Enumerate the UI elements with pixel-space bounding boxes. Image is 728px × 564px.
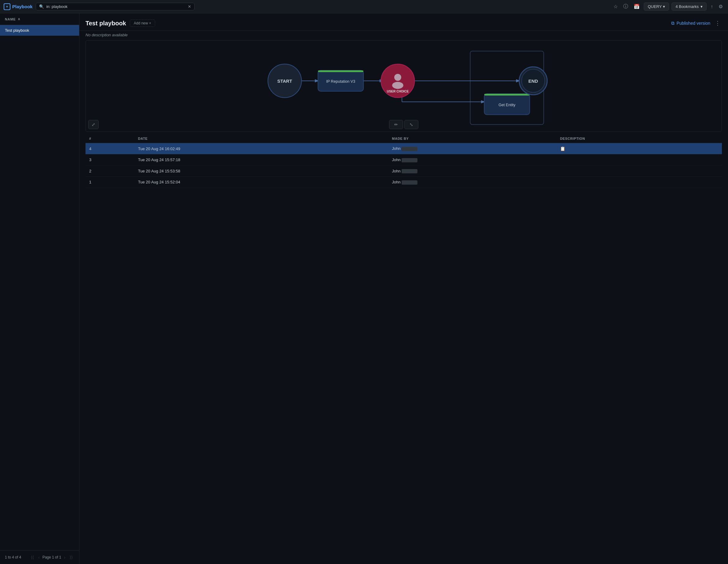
description-icon[interactable]: 📋 — [560, 146, 565, 151]
add-new-button[interactable]: Add new + — [130, 20, 155, 27]
search-icon: 🔍 — [39, 4, 44, 9]
svg-text:Get Entity: Get Entity — [498, 103, 515, 107]
cell-description — [556, 177, 722, 188]
cell-made-by: John — [388, 166, 556, 177]
cell-made-by: John — [388, 177, 556, 188]
content-area: Test playbook Add new + ⧉ Published vers… — [79, 13, 728, 564]
flow-toolbar: ⤢ ✏ ⤡ — [86, 118, 722, 132]
svg-rect-16 — [484, 94, 530, 96]
cell-date: Tue 20 Aug 24 16:02:49 — [134, 143, 388, 155]
pagination-controls: ⟨⟨ ‹ Page 1 of 1 › ⟩⟩ — [29, 554, 74, 560]
col-header-date: DATE — [134, 134, 388, 143]
cell-made-by: John — [388, 143, 556, 155]
redacted-name — [402, 147, 417, 151]
svg-rect-9 — [318, 70, 363, 72]
share-icon[interactable]: ↑ — [709, 2, 715, 11]
table-row[interactable]: 4Tue 20 Aug 24 16:02:49John 📋 — [86, 143, 722, 155]
table-row[interactable]: 3Tue 20 Aug 24 15:57:18John — [86, 155, 722, 166]
published-version-button[interactable]: ⧉ Published version — [671, 20, 710, 26]
col-header-num: # — [86, 134, 134, 143]
main-layout: NAME ∧ Test playbook 1 to 4 of 4 ⟨⟨ ‹ Pa… — [0, 13, 728, 564]
svg-point-12 — [394, 74, 401, 81]
table-row[interactable]: 1Tue 20 Aug 24 15:52:04John — [86, 177, 722, 188]
search-bar[interactable]: 🔍 ✕ — [36, 3, 195, 10]
topbar: + Playbook 🔍 ✕ ☆ ⓘ 📅 QUERY ▾ 4 Bookmarks… — [0, 0, 728, 13]
table-row[interactable]: 2Tue 20 Aug 24 15:53:58John — [86, 166, 722, 177]
last-page-button[interactable]: ⟩⟩ — [68, 554, 74, 560]
svg-text:START: START — [277, 79, 292, 84]
cell-made-by: John — [388, 155, 556, 166]
sidebar-header: NAME ∧ — [0, 13, 79, 25]
redacted-name — [402, 180, 417, 185]
cell-date: Tue 20 Aug 24 15:53:58 — [134, 166, 388, 177]
app-logo[interactable]: + Playbook — [4, 3, 33, 10]
chevron-down-icon: ▾ — [701, 4, 703, 9]
cell-num: 3 — [86, 155, 134, 166]
next-page-button[interactable]: › — [62, 554, 67, 560]
published-icon: ⧉ — [671, 20, 675, 26]
content-header-right: ⧉ Published version ⋮ — [671, 18, 722, 28]
cell-description — [556, 166, 722, 177]
sidebar-footer: 1 to 4 of 4 ⟨⟨ ‹ Page 1 of 1 › ⟩⟩ — [0, 550, 79, 564]
star-icon[interactable]: ☆ — [612, 2, 619, 11]
cell-num: 2 — [86, 166, 134, 177]
topbar-actions: ☆ ⓘ 📅 QUERY ▾ 4 Bookmarks ▾ ↑ ⚙ — [612, 2, 724, 11]
cell-num: 1 — [86, 177, 134, 188]
cell-date: Tue 20 Aug 24 15:57:18 — [134, 155, 388, 166]
info-icon[interactable]: ⓘ — [622, 2, 630, 11]
svg-text:IP Reputation V3: IP Reputation V3 — [326, 79, 355, 84]
flow-diagram: START IP Reputation V3 USER CHOICE Get E… — [86, 40, 722, 132]
more-options-button[interactable]: ⋮ — [713, 18, 722, 28]
collapse-button[interactable]: ⤡ — [404, 120, 418, 129]
clear-search-icon[interactable]: ✕ — [188, 4, 191, 9]
page-title: Test playbook — [86, 20, 126, 27]
cell-description — [556, 155, 722, 166]
search-input[interactable] — [46, 4, 185, 9]
svg-text:END: END — [528, 79, 538, 84]
content-header: Test playbook Add new + ⧉ Published vers… — [79, 13, 728, 31]
calendar-icon[interactable]: 📅 — [632, 2, 641, 11]
sidebar: NAME ∧ Test playbook 1 to 4 of 4 ⟨⟨ ‹ Pa… — [0, 13, 79, 564]
sort-icon[interactable]: ∧ — [18, 17, 20, 21]
edit-button[interactable]: ✏ — [389, 120, 403, 129]
cell-date: Tue 20 Aug 24 15:52:04 — [134, 177, 388, 188]
col-header-made-by: MADE BY — [388, 134, 556, 143]
first-page-button[interactable]: ⟨⟨ — [29, 554, 35, 560]
prev-page-button[interactable]: ‹ — [37, 554, 41, 560]
versions-table: # DATE MADE BY DESCRIPTION 4Tue 20 Aug 2… — [86, 134, 722, 188]
redacted-name — [402, 169, 417, 173]
versions-table-section: # DATE MADE BY DESCRIPTION 4Tue 20 Aug 2… — [86, 134, 722, 564]
sidebar-item-test-playbook[interactable]: Test playbook — [0, 25, 79, 36]
chevron-down-icon: ▾ — [663, 4, 665, 9]
col-header-description: DESCRIPTION — [556, 134, 722, 143]
query-button[interactable]: QUERY ▾ — [644, 2, 669, 11]
svg-text:USER CHOICE: USER CHOICE — [387, 90, 409, 93]
cell-num: 4 — [86, 143, 134, 155]
settings-icon[interactable]: ⚙ — [717, 2, 724, 11]
redacted-name — [402, 158, 417, 162]
svg-point-13 — [392, 82, 403, 89]
logo-icon: + — [4, 3, 10, 10]
content-title-area: Test playbook Add new + — [86, 20, 155, 27]
expand-button[interactable]: ⤢ — [88, 120, 99, 129]
description-text: No description available — [79, 31, 728, 40]
cell-description: 📋 — [556, 143, 722, 155]
bookmarks-button[interactable]: 4 Bookmarks ▾ — [672, 2, 707, 11]
